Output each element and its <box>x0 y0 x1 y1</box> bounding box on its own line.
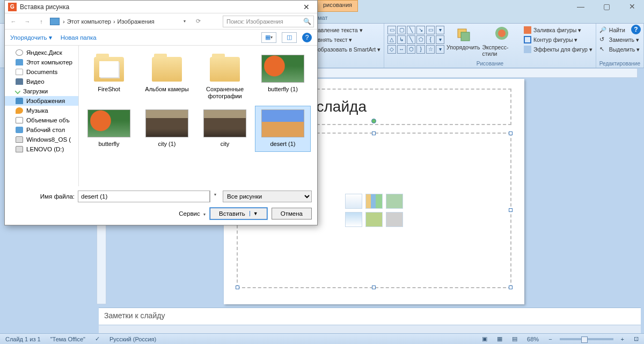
sidebar-item[interactable]: Видео <box>5 77 78 86</box>
sidebar-item[interactable]: Музыка <box>5 106 78 115</box>
refresh-button[interactable]: ⟳ <box>193 16 204 27</box>
search-input[interactable]: Поиск: Изображения 🔍 <box>223 16 314 27</box>
sidebar-item[interactable]: Documents <box>5 67 78 77</box>
breadcrumb-pc[interactable]: Этот компьютер <box>67 18 111 25</box>
breadcrumb-images[interactable]: Изображения <box>118 18 155 25</box>
notes-pane[interactable]: Заметки к слайду <box>99 308 641 325</box>
sidebar-item[interactable]: Рабочий стол <box>5 125 78 135</box>
folder-icon <box>16 117 23 123</box>
forward-button[interactable]: → <box>22 16 33 27</box>
horizontal-scrollbar[interactable] <box>99 325 641 333</box>
text-direction-button[interactable]: авление текста ▾ <box>318 26 380 34</box>
folder-icon <box>16 78 23 85</box>
search-placeholder: Поиск: Изображения <box>226 18 283 25</box>
resize-handle[interactable] <box>372 286 376 289</box>
minimize-button[interactable]: — <box>571 1 590 12</box>
shape-fill-button[interactable]: Заливка фигуры ▾ <box>524 26 592 34</box>
insert-picture-icon[interactable] <box>345 212 362 227</box>
sidebar-item[interactable]: Объемные объ <box>5 115 78 125</box>
zoom-out-button[interactable]: − <box>546 336 554 342</box>
resize-handle[interactable] <box>509 286 513 289</box>
sorter-view-button[interactable]: ▦ <box>495 335 504 342</box>
organize-button[interactable]: Упорядочить ▾ <box>10 34 52 41</box>
view-mode-button[interactable]: ▦ ▾ <box>261 32 276 43</box>
preview-pane-button[interactable]: ◫ <box>282 32 297 43</box>
file-label: FireShot <box>98 86 120 93</box>
pc-icon <box>50 18 60 25</box>
insert-chart-icon[interactable] <box>365 194 383 209</box>
insert-clipart-icon[interactable] <box>365 212 383 227</box>
insert-button[interactable]: Вставить▼ <box>210 208 267 219</box>
filename-input[interactable] <box>78 191 210 202</box>
dialog-titlebar[interactable]: G Вставка рисунка ✕ <box>5 1 317 13</box>
quick-styles-button[interactable]: Экспресс-стили <box>482 26 522 60</box>
sidebar-item[interactable]: LENOVO (D:) <box>5 144 78 154</box>
image-thumbnail <box>145 109 188 137</box>
sidebar-item[interactable]: Этот компьютер <box>5 57 78 67</box>
dialog-close-button[interactable]: ✕ <box>299 3 314 11</box>
resize-handle[interactable] <box>509 131 513 135</box>
sidebar-label: Видео <box>26 78 45 85</box>
cancel-button[interactable]: Отмена <box>272 208 312 219</box>
arrange-button[interactable]: Упорядочить <box>447 26 480 60</box>
sidebar-item[interactable]: Windows8_OS ( <box>5 135 78 144</box>
file-item[interactable]: city (1) <box>139 106 195 151</box>
insert-media-icon[interactable] <box>386 212 403 227</box>
align-text-button[interactable]: внять текст ▾ <box>318 35 380 44</box>
up-button[interactable]: ↑ <box>36 16 47 27</box>
sidebar-label: Windows8_OS ( <box>26 136 71 143</box>
breadcrumb-dropdown[interactable]: ▾ <box>179 16 190 27</box>
tools-button[interactable]: Сервис ▾ <box>179 210 206 217</box>
sidebar-item[interactable]: Загрузки <box>5 86 78 96</box>
file-item[interactable]: desert (1) <box>255 106 311 151</box>
sidebar-label: Музыка <box>26 107 48 114</box>
close-app-button[interactable]: ✕ <box>623 1 642 12</box>
language[interactable]: Русский (Россия) <box>107 336 158 342</box>
maximize-button[interactable]: ▢ <box>597 1 616 12</box>
insert-table-icon[interactable] <box>345 194 362 209</box>
folder-icon <box>16 136 23 143</box>
back-button[interactable]: ← <box>8 16 19 27</box>
folder-icon <box>16 59 23 65</box>
sidebar-item[interactable]: Яндекс.Диск <box>5 48 78 57</box>
convert-smartart-button[interactable]: образовать в SmartArt ▾ <box>318 45 380 54</box>
shape-effects-button[interactable]: Эффекты для фигур ▾ <box>524 45 592 54</box>
file-item[interactable]: FireShot <box>81 51 137 104</box>
fit-button[interactable]: ⊡ <box>632 335 641 342</box>
folder-icon <box>16 69 23 75</box>
resize-handle[interactable] <box>372 131 376 135</box>
shapes-gallery[interactable]: ▭▢╲↘▭▾ △↳╲⬠{▾ ◇↔⬡}☆▾ <box>387 26 444 60</box>
resize-handle[interactable] <box>509 208 513 212</box>
slideshow-button[interactable]: ▤ <box>510 335 519 342</box>
file-item[interactable]: Альбом камеры <box>139 51 195 104</box>
zoom-level[interactable]: 68% <box>525 336 541 342</box>
new-folder-button[interactable]: Новая папка <box>61 34 97 41</box>
sidebar-label: Documents <box>26 69 57 75</box>
file-filter-dropdown[interactable]: Все рисунки <box>223 191 312 202</box>
resize-handle[interactable] <box>236 286 239 289</box>
dialog-help-button[interactable]: ? <box>302 33 312 42</box>
binoculars-icon: 🔎 <box>599 26 607 34</box>
sidebar-label: Изображения <box>26 98 65 104</box>
shape-outline-button[interactable]: Контур фигуры ▾ <box>524 35 592 44</box>
sidebar-label: LENOVO (D:) <box>26 146 64 152</box>
file-label: desert (1) <box>270 141 295 148</box>
file-item[interactable]: butterfly <box>81 106 137 151</box>
zoom-slider[interactable] <box>560 338 613 340</box>
insert-smartart-icon[interactable] <box>386 194 403 209</box>
zoom-in-button[interactable]: + <box>619 336 626 342</box>
spellcheck-icon[interactable]: ✓ <box>93 335 102 342</box>
file-item[interactable]: Сохраненные фотографии <box>197 51 253 104</box>
normal-view-button[interactable]: ▣ <box>480 335 489 342</box>
replace-button[interactable]: ↺Заменить ▾ <box>599 35 640 44</box>
theme-name: "Тема Office" <box>48 336 87 342</box>
select-button[interactable]: ↖Выделить ▾ <box>599 45 640 54</box>
file-item[interactable]: butterfly (1) <box>255 51 311 104</box>
file-item[interactable]: city <box>197 106 253 151</box>
replace-icon: ↺ <box>599 36 607 43</box>
ribbon-tab-format[interactable]: мат <box>318 14 327 21</box>
dialog-sidebar: Яндекс.ДискЭтот компьютерDocumentsВидеоЗ… <box>5 46 79 186</box>
sidebar-item[interactable]: Изображения <box>5 96 78 106</box>
filename-dropdown[interactable]: ▾ <box>210 191 219 202</box>
help-icon[interactable]: ? <box>631 25 641 34</box>
